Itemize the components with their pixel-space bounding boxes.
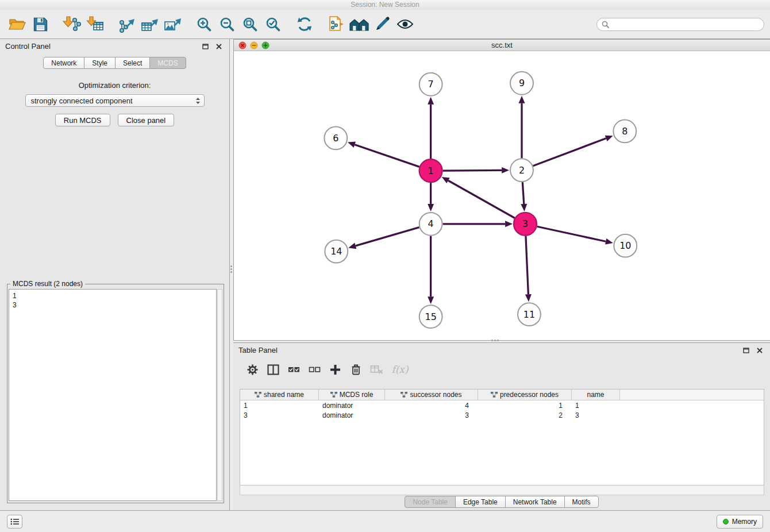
graph-node-label: 11 xyxy=(523,309,535,320)
network-canvas[interactable]: 7968124314101511 xyxy=(234,51,770,340)
graph-node-14[interactable]: 14 xyxy=(325,240,348,263)
graph-edge-1-6[interactable] xyxy=(355,145,419,167)
graph-edge-2-8[interactable] xyxy=(533,138,606,166)
network-canvas-area[interactable]: 7968124314101511 xyxy=(234,51,770,340)
horizontal-splitter-grip[interactable] xyxy=(491,340,493,341)
zoom-in-button[interactable] xyxy=(192,12,215,36)
close-window-button[interactable] xyxy=(239,42,246,49)
apply-layout-button[interactable] xyxy=(293,12,316,36)
graph-node-3[interactable]: 3 xyxy=(514,213,537,236)
search-box[interactable] xyxy=(596,18,764,31)
graph-edge-1-2[interactable] xyxy=(443,170,502,171)
close-panel-button[interactable] xyxy=(214,41,224,52)
zoom-fit-button[interactable] xyxy=(238,12,261,36)
criterion-dropdown[interactable]: strongly connected component xyxy=(25,94,205,107)
vertical-splitter-grip[interactable] xyxy=(230,265,232,267)
mcds-result-scrollbar[interactable] xyxy=(217,289,222,501)
table-row[interactable]: 3 dominator 3 2 3 xyxy=(240,410,764,420)
graph-node-1[interactable]: 1 xyxy=(419,159,442,182)
open-folder-icon xyxy=(9,17,26,32)
tab-node-table[interactable]: Node Table xyxy=(405,496,456,508)
column-type-icon xyxy=(255,392,261,398)
export-table-button[interactable] xyxy=(138,12,161,36)
graph-node-6[interactable]: 6 xyxy=(324,126,347,149)
export-network-button[interactable] xyxy=(115,12,138,36)
delete-table-button[interactable] xyxy=(369,362,384,377)
zoom-window-button[interactable] xyxy=(262,42,269,49)
select-all-columns-button[interactable] xyxy=(286,362,301,377)
table-cell[interactable]: dominator xyxy=(319,402,385,410)
zoom-selected-button[interactable] xyxy=(261,12,284,36)
deselect-all-columns-button[interactable] xyxy=(307,362,322,377)
graph-node-4[interactable]: 4 xyxy=(419,213,442,236)
table-row[interactable]: 1 dominator 4 1 1 xyxy=(240,400,764,410)
tab-motifs[interactable]: Motifs xyxy=(564,496,599,508)
first-neighbors-button[interactable] xyxy=(348,12,371,36)
column-header-predecessor-nodes[interactable]: predecessor nodes xyxy=(478,390,572,400)
column-header-name[interactable]: name xyxy=(572,390,620,400)
graph-edge-3-1[interactable] xyxy=(448,180,515,218)
float-table-panel-button[interactable] xyxy=(741,345,751,356)
float-panel-button[interactable] xyxy=(200,41,210,52)
columns-icon xyxy=(267,364,279,375)
graph-node-9[interactable]: 9 xyxy=(510,72,533,95)
minimize-window-button[interactable] xyxy=(251,42,257,49)
mcds-result-text[interactable]: 1 3 xyxy=(9,289,217,501)
column-header-mcds-role[interactable]: MCDS role xyxy=(319,390,385,400)
import-network-button[interactable] xyxy=(60,12,83,36)
graph-edge-4-14[interactable] xyxy=(356,228,419,246)
open-session-button[interactable] xyxy=(6,12,29,36)
zoom-fit-icon xyxy=(242,17,257,32)
table-cell[interactable]: 1 xyxy=(572,402,620,410)
graph-node-15[interactable]: 15 xyxy=(419,305,442,328)
table-cell[interactable]: 3 xyxy=(385,411,478,419)
trash-icon xyxy=(350,363,362,376)
tab-network[interactable]: Network xyxy=(43,57,84,69)
tab-style[interactable]: Style xyxy=(84,57,116,69)
table-header-row: shared name MCDS role successor nodes pr… xyxy=(240,390,764,400)
table-cell[interactable]: 1 xyxy=(240,402,319,410)
graph-node-8[interactable]: 8 xyxy=(613,120,636,143)
graph-node-2[interactable]: 2 xyxy=(510,159,533,182)
table-cell[interactable]: dominator xyxy=(319,411,385,419)
column-header-successor-nodes[interactable]: successor nodes xyxy=(385,390,478,400)
save-session-button[interactable] xyxy=(29,12,52,36)
column-header-shared-name[interactable]: shared name xyxy=(240,390,319,400)
delete-columns-button[interactable] xyxy=(348,362,363,377)
table-cell[interactable]: 4 xyxy=(385,402,478,410)
table-cell[interactable]: 3 xyxy=(240,411,319,419)
memory-button[interactable]: Memory xyxy=(717,515,763,529)
apply-style-button[interactable] xyxy=(371,12,394,36)
traffic-lights[interactable] xyxy=(238,41,270,49)
zoom-out-button[interactable] xyxy=(215,12,238,36)
table-cell[interactable]: 1 xyxy=(478,402,572,410)
export-image-button[interactable] xyxy=(161,12,184,36)
graph-node-7[interactable]: 7 xyxy=(419,73,442,96)
graph-edge-2-3[interactable] xyxy=(522,182,523,204)
search-input[interactable] xyxy=(612,20,759,28)
graph-edge-3-10[interactable] xyxy=(537,226,606,241)
tab-mcds[interactable]: MCDS xyxy=(149,57,186,69)
new-column-button[interactable] xyxy=(328,362,342,377)
close-table-panel-button[interactable] xyxy=(754,345,765,356)
tab-select[interactable]: Select xyxy=(115,57,150,69)
copy-network-button[interactable] xyxy=(325,12,348,36)
close-mcds-panel-button[interactable]: Close panel xyxy=(118,114,175,126)
import-table-button[interactable] xyxy=(83,12,106,36)
graph-edge-3-11[interactable] xyxy=(526,236,529,295)
show-graphics-details-button[interactable] xyxy=(394,12,417,36)
show-columns-button[interactable] xyxy=(265,362,280,377)
graph-node-10[interactable]: 10 xyxy=(614,234,637,257)
graph-node-label: 7 xyxy=(428,79,434,90)
table-horizontal-scrollbar[interactable] xyxy=(240,485,764,495)
function-builder-button[interactable]: f(x) xyxy=(390,362,410,377)
task-history-button[interactable] xyxy=(7,515,22,529)
tab-network-table[interactable]: Network Table xyxy=(505,496,565,508)
table-cell[interactable]: 3 xyxy=(572,411,620,419)
table-cell[interactable]: 2 xyxy=(478,411,572,419)
network-window-titlebar[interactable]: scc.txt xyxy=(234,40,770,51)
tab-edge-table[interactable]: Edge Table xyxy=(455,496,506,508)
graph-node-11[interactable]: 11 xyxy=(518,303,541,326)
run-mcds-button[interactable]: Run MCDS xyxy=(55,114,110,126)
table-options-button[interactable] xyxy=(245,362,260,377)
